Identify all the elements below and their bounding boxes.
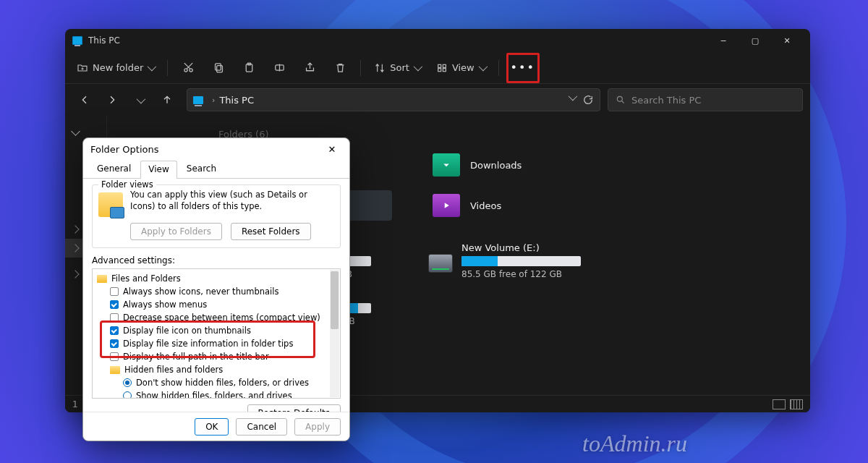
scrollbar-thumb[interactable] (331, 271, 339, 329)
drive-item[interactable]: New Volume (E:)85.5 GB free of 122 GB (428, 242, 602, 279)
forward-button[interactable] (100, 88, 124, 112)
breadcrumb[interactable]: This PC (219, 95, 254, 106)
dl-folder-icon (433, 153, 460, 177)
up-button[interactable] (155, 88, 179, 112)
view-button[interactable]: View (430, 56, 491, 80)
chevron-down-icon (478, 62, 488, 72)
reset-folders-button[interactable]: Reset Folders (231, 223, 311, 240)
svg-rect-9 (438, 68, 441, 71)
drive-usage-bar (461, 256, 581, 266)
maximize-button[interactable]: ▢ (739, 30, 771, 51)
see-more-button[interactable]: ••• (510, 56, 536, 80)
folder-label: Videos (470, 200, 501, 211)
tree-item-always-icons[interactable]: Always show icons, never thumbnails (97, 285, 336, 298)
drive-icon (428, 254, 453, 273)
copy-button[interactable] (205, 56, 231, 80)
paste-button[interactable] (236, 56, 262, 80)
dialog-title: Folder Options (90, 144, 158, 155)
this-pc-icon (72, 36, 82, 45)
minimize-button[interactable]: ─ (707, 30, 739, 51)
tab-view[interactable]: View (140, 161, 176, 179)
svg-rect-2 (216, 66, 222, 72)
new-folder-button[interactable]: New folder (71, 56, 160, 80)
drive-name: New Volume (E:) (461, 242, 602, 253)
tree-group-hidden: Hidden files and folders (124, 365, 223, 375)
details-view-button[interactable] (773, 399, 786, 409)
dialog-tabs: General View Search (83, 160, 349, 179)
refresh-icon[interactable] (582, 94, 594, 106)
tiles-view-button[interactable] (790, 399, 803, 409)
advanced-settings-label: Advanced settings: (92, 255, 341, 266)
apply-to-folders-button[interactable]: Apply to Folders (130, 223, 222, 240)
address-bar[interactable]: › This PC (187, 88, 600, 111)
command-bar: New folder Sort View ••• (65, 52, 810, 84)
folder-views-text: You can apply this view (such as Details… (130, 190, 334, 212)
tree-item-decrease-space[interactable]: Decrease space between items (compact vi… (97, 311, 336, 324)
folder-icon (110, 366, 120, 374)
folder-views-group: Folder views You can apply this view (su… (92, 184, 341, 248)
folder-icon (97, 275, 107, 283)
sort-button[interactable]: Sort (368, 56, 426, 80)
close-button[interactable]: ✕ (771, 30, 803, 51)
delete-button[interactable] (327, 56, 353, 80)
chevron-down-icon (413, 62, 422, 72)
search-placeholder: Search This PC (631, 95, 701, 106)
restore-defaults-button[interactable]: Restore Defaults (247, 404, 341, 412)
titlebar: This PC ─ ▢ ✕ (65, 29, 810, 52)
back-button[interactable] (72, 88, 97, 112)
svg-rect-3 (215, 64, 221, 70)
search-icon (616, 95, 626, 105)
svg-marker-15 (445, 203, 449, 208)
svg-rect-8 (443, 64, 446, 67)
tree-item-always-menus[interactable]: Always show menus (97, 298, 336, 311)
tree-group: Files and Folders (111, 273, 181, 284)
folder-options-dialog: Folder Options ✕ General View Search Fol… (82, 137, 350, 441)
tree-item-display-full-path[interactable]: Display the full path in the title bar (97, 350, 336, 363)
radio-show-hidden[interactable]: Show hidden files, folders, and drives (97, 389, 336, 399)
sort-label: Sort (390, 62, 409, 73)
share-button[interactable] (297, 56, 323, 80)
chevron-down-icon (148, 62, 157, 72)
vid-folder-icon (433, 194, 460, 217)
radio-dont-show-hidden[interactable]: Don't show hidden files, folders, or dri… (97, 376, 336, 389)
chevron-down-icon[interactable] (569, 92, 578, 101)
nav-row: › This PC Search This PC (65, 84, 810, 116)
tree-item-display-size-tips[interactable]: Display file size information in folder … (97, 337, 336, 350)
folder-views-label: Folder views (98, 179, 156, 190)
chevron-right-icon: › (212, 95, 215, 105)
folder-item-vid[interactable]: Videos (428, 190, 602, 221)
folder-item-dl[interactable]: Downloads (428, 150, 602, 180)
folder-views-icon (98, 192, 123, 217)
tree-item-display-file-icon[interactable]: Display file icon on thumbnails (97, 324, 336, 337)
svg-rect-10 (443, 68, 446, 71)
dialog-close-button[interactable]: ✕ (322, 140, 342, 158)
advanced-settings-tree[interactable]: Files and Folders Always show icons, nev… (92, 268, 341, 399)
svg-rect-7 (438, 64, 441, 67)
tab-search[interactable]: Search (179, 160, 224, 178)
folder-label: Downloads (470, 160, 522, 171)
this-pc-icon (193, 96, 203, 104)
dialog-titlebar: Folder Options ✕ (83, 138, 349, 160)
new-folder-label: New folder (93, 62, 143, 73)
apply-button[interactable]: Apply (294, 418, 341, 436)
search-box[interactable]: Search This PC (608, 88, 803, 111)
rename-button[interactable] (266, 56, 292, 80)
svg-point-11 (617, 96, 622, 101)
drive-free-text: 85.5 GB free of 122 GB (461, 269, 602, 279)
svg-point-0 (184, 69, 187, 72)
window-title: This PC (88, 35, 120, 46)
view-label: View (452, 62, 475, 73)
recent-button[interactable] (127, 88, 152, 112)
item-count: 1 (72, 399, 78, 409)
more-highlight: ••• (506, 53, 540, 83)
cancel-button[interactable]: Cancel (236, 418, 287, 436)
ok-button[interactable]: OK (195, 418, 229, 436)
tab-general[interactable]: General (89, 160, 139, 178)
cut-button[interactable] (175, 56, 201, 80)
svg-point-1 (190, 69, 192, 72)
scrollbar[interactable] (330, 270, 339, 397)
